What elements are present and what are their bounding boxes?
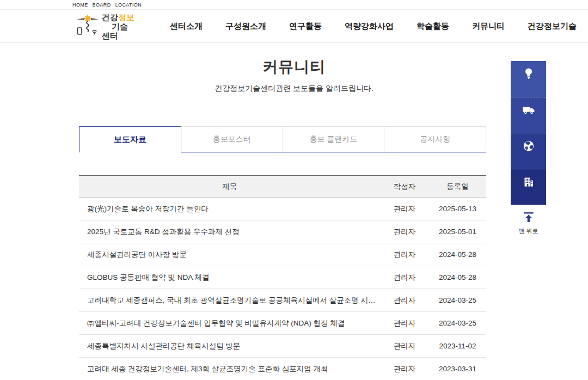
post-title-link[interactable]: 세종시설관리공단 이사장 방문 — [79, 250, 380, 260]
column-header-title: 제목 — [79, 182, 380, 192]
post-author: 관리자 — [380, 364, 429, 374]
post-date: 2023-11-02 — [429, 342, 486, 350]
post-date: 2025-05-13 — [429, 205, 486, 213]
quick-menu-icon — [522, 139, 536, 152]
nav-item[interactable]: 건강정보기술 — [516, 21, 588, 32]
nav-item[interactable]: 구성원소개 — [214, 21, 278, 32]
logo-text: 건강정보 기술센터 — [102, 13, 136, 40]
post-author: 관리자 — [380, 296, 429, 305]
quick-menu-item[interactable]: 학술활동 — [511, 169, 546, 205]
logo-word-accent: 정보 — [118, 13, 134, 22]
quick-menu-label: 역량강화사업 — [514, 156, 543, 163]
table-row[interactable]: 세종특별자치시 시설관리공단 체육시설팀 방문 관리자 2023-11-02 — [79, 335, 486, 358]
nav-item[interactable]: 역량강화사업 — [333, 21, 405, 32]
quick-menu-label: 학술활동 — [519, 192, 538, 199]
quick-menu-icon — [522, 103, 536, 117]
post-title-link[interactable]: 광(光)기술로 복숭아 저장기간 늘인다 — [79, 204, 380, 214]
table-row[interactable]: 광(光)기술로 복숭아 저장기간 늘인다 관리자 2025-05-13 — [79, 198, 486, 220]
table-row[interactable]: 고려대학교 세종캠퍼스, 국내 최초 광역살균조명기술로 공공체육시설에서 살균… — [79, 289, 486, 312]
post-author: 관리자 — [380, 273, 429, 283]
quick-menu: 센터소개 연구활동 역량강화사업 학술활동 맨 위로 — [511, 61, 546, 235]
post-title-link[interactable]: 2025년 국토교통 R&D 성과활용 우수과제 선정 — [79, 227, 380, 237]
post-author: 관리자 — [380, 250, 429, 260]
post-author: 관리자 — [380, 204, 429, 214]
breadcrumb-location[interactable]: LOCATION — [115, 2, 142, 8]
quick-menu-icon — [522, 67, 536, 80]
quick-menu-label: 연구활동 — [519, 120, 538, 127]
site-logo[interactable]: 건강정보 기술센터 — [76, 13, 136, 40]
post-title-link[interactable]: ㈜엘티씨-고려대 건강정보기술센터 업무협약 및 비밀유지계약 (NDA) 협정… — [79, 318, 380, 328]
post-title-link[interactable]: GLOBUS 공동판매 협약 및 NDA 체결 — [79, 273, 380, 283]
utility-bar: HOME BOARD LOCATION — [0, 0, 588, 10]
page-head: 커뮤니티 건강정보기술센터관련 보도들을 알려드립니다. — [0, 43, 588, 94]
quick-menu-item[interactable]: 연구활동 — [511, 97, 546, 133]
board-tab[interactable]: 홍보포스터 — [181, 126, 283, 152]
table-row[interactable]: 2025년 국토교통 R&D 성과활용 우수과제 선정 관리자 2025-05-… — [79, 220, 486, 243]
table-row[interactable]: GLOBUS 공동판매 협약 및 NDA 체결 관리자 2024-05-28 — [79, 266, 486, 289]
caduceus-gear-icon — [76, 14, 99, 38]
nav-item[interactable]: 연구활동 — [278, 21, 333, 32]
breadcrumb-board[interactable]: BOARD — [93, 2, 111, 8]
table-row[interactable]: 세종시설관리공단 이사장 방문 관리자 2024-05-28 — [79, 243, 486, 266]
nav-item[interactable]: 커뮤니티 — [461, 21, 516, 32]
post-title-link[interactable]: 고려대 세종 건강정보기술센터, 제3회 살균조명기술 표준화 심포지엄 개최 — [79, 364, 380, 374]
table-body: 광(光)기술로 복숭아 저장기간 늘인다 관리자 2025-05-13 2025… — [79, 198, 486, 380]
page-title: 커뮤니티 — [0, 57, 588, 77]
post-date: 2024-05-28 — [429, 250, 486, 259]
back-to-top-button[interactable]: 맨 위로 — [511, 212, 546, 235]
quick-menu-item[interactable]: 역량강화사업 — [511, 133, 546, 169]
board-tab[interactable]: 보도자료 — [79, 126, 181, 152]
post-title-link[interactable]: 세종특별자치시 시설관리공단 체육시설팀 방문 — [79, 341, 380, 351]
column-header-date: 등록일 — [429, 182, 486, 192]
main-nav: 센터소개 구성원소개 연구활동 역량강화사업 학술활동 커뮤니티 건강정보기술 — [158, 21, 588, 32]
table-row[interactable]: ㈜엘티씨-고려대 건강정보기술센터 업무협약 및 비밀유지계약 (NDA) 협정… — [79, 312, 486, 335]
nav-item[interactable]: 센터소개 — [158, 21, 214, 32]
board-tabs: 보도자료 홍보포스터 홍보 플랜카드 공지사항 — [79, 126, 486, 152]
site-header: 건강정보 기술센터 센터소개 구성원소개 연구활동 역량강화사업 학술활동 커뮤… — [0, 10, 588, 43]
back-to-top-label: 맨 위로 — [518, 227, 538, 235]
post-date: 2023-03-31 — [429, 365, 486, 373]
table-header-row: 제목 작성자 등록일 — [79, 175, 486, 198]
post-date: 2025-05-01 — [429, 228, 486, 236]
quick-menu-label: 센터소개 — [519, 84, 538, 91]
quick-menu-item[interactable]: 센터소개 — [511, 61, 546, 97]
quick-menu-icon — [522, 175, 536, 188]
breadcrumb-home[interactable]: HOME — [72, 2, 88, 8]
post-date: 2024-03-25 — [429, 296, 486, 304]
table-row[interactable]: 고려대 세종 건강정보기술센터, 제3회 살균조명기술 표준화 심포지엄 개최 … — [79, 358, 486, 380]
quick-menu-items: 센터소개 연구활동 역량강화사업 학술활동 — [511, 61, 546, 205]
post-title-link[interactable]: 고려대학교 세종캠퍼스, 국내 최초 광역살균조명기술로 공공체육시설에서 살균… — [79, 296, 380, 305]
arrow-up-icon — [522, 212, 535, 223]
board-table: 제목 작성자 등록일 광(光)기술로 복숭아 저장기간 늘인다 관리자 2025… — [79, 175, 486, 380]
post-author: 관리자 — [380, 318, 429, 328]
board-tab[interactable]: 공지사항 — [384, 126, 486, 152]
logo-word-dark: 건강 — [102, 13, 118, 22]
post-author: 관리자 — [380, 227, 429, 237]
board: 보도자료 홍보포스터 홍보 플랜카드 공지사항 제목 작성자 등록일 광(光)기… — [79, 126, 486, 380]
nav-item[interactable]: 학술활동 — [405, 21, 461, 32]
post-author: 관리자 — [380, 341, 429, 351]
post-date: 2024-05-28 — [429, 273, 486, 281]
board-tab[interactable]: 홍보 플랜카드 — [283, 126, 385, 152]
column-header-author: 작성자 — [380, 182, 429, 192]
page-subtitle: 건강정보기술센터관련 보도들을 알려드립니다. — [0, 84, 588, 94]
logo-line2: 기술센터 — [102, 22, 128, 40]
post-date: 2024-03-25 — [429, 319, 486, 327]
